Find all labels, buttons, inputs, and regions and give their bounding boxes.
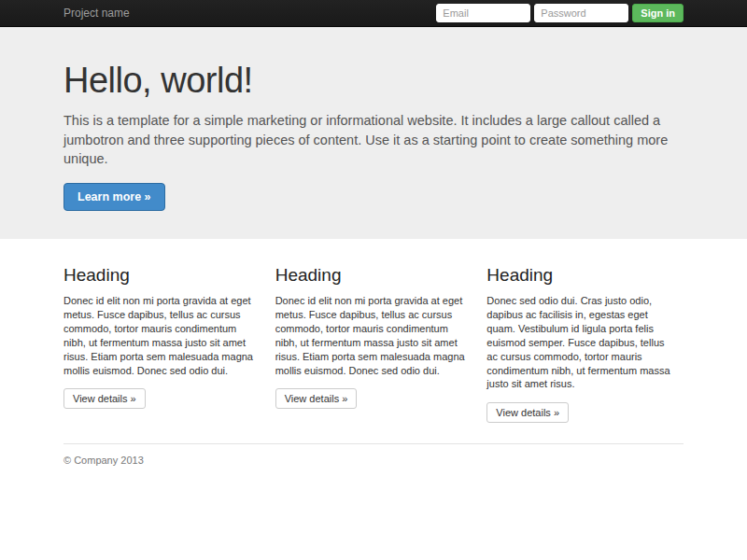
column-text: Donec id elit non mi porta gravida at eg…: [275, 294, 472, 378]
jumbotron-title: Hello, world!: [63, 63, 684, 98]
signin-form: Sign in: [436, 4, 684, 22]
column-text: Donec id elit non mi porta gravida at eg…: [63, 294, 261, 378]
navbar-brand[interactable]: Project name: [63, 7, 130, 20]
email-field[interactable]: [436, 4, 530, 22]
footer-divider: [63, 443, 684, 444]
learn-more-button[interactable]: Learn more »: [63, 183, 165, 211]
column-heading: Heading: [486, 265, 684, 286]
marketing-column-1: Heading Donec id elit non mi porta gravi…: [63, 265, 261, 424]
column-heading: Heading: [63, 265, 261, 286]
marketing-column-2: Heading Donec id elit non mi porta gravi…: [275, 265, 472, 424]
marketing-columns: Heading Donec id elit non mi porta gravi…: [63, 265, 684, 424]
view-details-button-3[interactable]: View details »: [486, 402, 569, 423]
password-field[interactable]: [534, 4, 628, 22]
jumbotron: Hello, world! This is a template for a s…: [0, 27, 747, 239]
view-details-button-1[interactable]: View details »: [63, 388, 146, 409]
column-text: Donec sed odio dui. Cras justo odio, dap…: [486, 294, 684, 392]
jumbotron-description: This is a template for a simple marketin…: [63, 111, 684, 169]
signin-button[interactable]: Sign in: [632, 4, 684, 22]
footer: © Company 2013: [63, 443, 684, 466]
marketing-column-3: Heading Donec sed odio dui. Cras justo o…: [486, 265, 684, 424]
column-heading: Heading: [275, 265, 472, 286]
view-details-button-2[interactable]: View details »: [275, 388, 358, 409]
navbar: Project name Sign in: [0, 0, 747, 27]
copyright-text: © Company 2013: [63, 455, 684, 466]
